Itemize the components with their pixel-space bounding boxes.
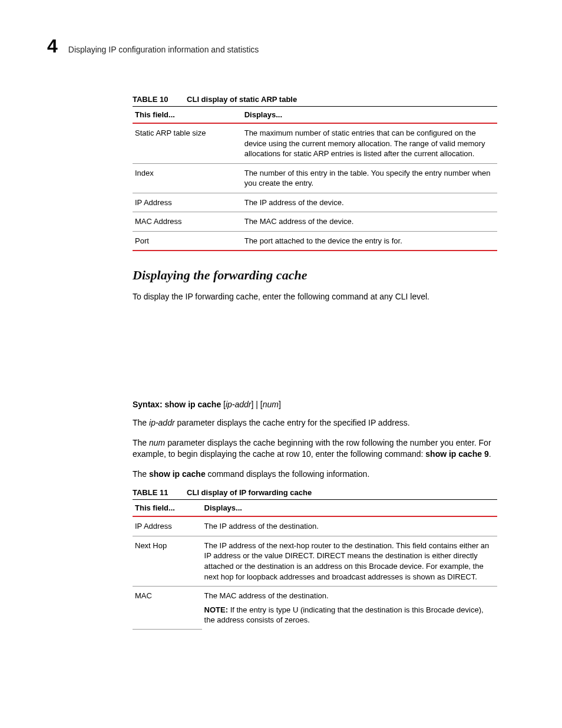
syntax-close2: ] [279,400,281,409]
table11: This field... Displays... IP Address The… [133,499,497,630]
section-heading-forwarding-cache: Displaying the forwarding cache [133,268,497,283]
forwarding-cache-intro: To display the IP forwarding cache, ente… [133,291,497,303]
table10-head-row: This field... Displays... [133,107,497,124]
para-showip-1: The [133,469,149,479]
table10-head-displays: Displays... [242,107,497,124]
table-row: Next Hop The IP address of the next-hop … [133,536,497,586]
para-num-em: num [149,438,165,447]
table10-caption: TABLE 10 CLI display of static ARP table [133,95,497,104]
table10-r1-d: The number of this entry in the table. Y… [242,163,497,193]
para-showip-cmd: show ip cache [149,469,206,479]
table11-caption: TABLE 11 CLI display of IP forwarding ca… [133,488,497,497]
para-num: The num parameter displays the cache beg… [133,437,497,460]
para-ipaddr: The ip-addr parameter displays the cache… [133,417,497,429]
para-ipaddr-2: parameter displays the cache entry for t… [175,418,410,427]
syntax-prefix: Syntax: [133,400,164,409]
page-header: 4 Displaying IP configuration informatio… [47,35,497,57]
syntax-line: Syntax: show ip cache [ip-addr] | [num] [133,400,497,409]
table10-r1-f: Index [133,163,242,193]
syntax-arg2: num [263,400,279,409]
table-row: Static ARP table size The maximum number… [133,123,497,163]
table10-head-field: This field... [133,107,242,124]
syntax-cmd: show ip cache [164,400,221,409]
chapter-number: 4 [47,35,58,57]
table11-mac-f: MAC [133,587,202,630]
table10-r2-f: IP Address [133,193,242,212]
table10: This field... Displays... Static ARP tab… [133,106,497,251]
table-row: IP Address The IP address of the device. [133,193,497,212]
table-row: IP Address The IP address of the destina… [133,516,497,536]
table10-r4-f: Port [133,231,242,251]
table10-r0-d: The maximum number of static entries tha… [242,123,497,163]
para-num-cmd: show ip cache 9 [425,449,488,459]
table11-title: CLI display of IP forwarding cache [187,488,312,497]
table-row: MAC The MAC address of the destination. … [133,587,497,630]
table11-label: TABLE 11 [133,488,168,497]
note-label: NOTE: [204,605,230,614]
table10-label: TABLE 10 [133,95,168,104]
header-title: Displaying IP configuration information … [68,45,259,54]
table11-head-row: This field... Displays... [133,500,497,517]
para-showip: The show ip cache command displays the f… [133,469,497,480]
syntax-mid: ] | [ [252,400,263,409]
table11-r1-f: Next Hop [133,536,202,586]
table10-r0-f: Static ARP table size [133,123,242,163]
para-showip-2: command displays the following informati… [206,469,370,479]
cli-output-placeholder [133,311,497,400]
table10-r3-f: MAC Address [133,212,242,232]
para-num-3: . [489,449,491,459]
table-row: MAC Address The MAC address of the devic… [133,212,497,232]
table10-title: CLI display of static ARP table [187,95,297,104]
table11-mac-note: NOTE: If the entry is type U (indicating… [204,605,492,625]
content-area: TABLE 10 CLI display of static ARP table… [133,95,497,630]
para-num-1: The [133,438,149,447]
table10-r4-d: The port attached to the device the entr… [242,231,497,251]
table11-head-displays: Displays... [202,500,497,517]
note-text: If the entry is type U (indicating that … [204,605,484,625]
table11-r0-f: IP Address [133,516,202,536]
table-row: Index The number of this entry in the ta… [133,163,497,193]
para-ipaddr-em: ip-addr [149,418,175,427]
para-ipaddr-1: The [133,418,149,427]
table11-head-field: This field... [133,500,202,517]
table11-r0-d: The IP address of the destination. [202,516,497,536]
table11-mac-main: The MAC address of the destination. [204,591,492,601]
page-container: 4 Displaying IP configuration informatio… [0,0,562,681]
table11-mac-d: The MAC address of the destination. NOTE… [202,587,497,630]
table11-r1-d: The IP address of the next-hop router to… [202,536,497,586]
syntax-arg1: ip-addr [226,400,252,409]
table-row: Port The port attached to the device the… [133,231,497,251]
syntax-open1: [ [221,400,226,409]
table10-r3-d: The MAC address of the device. [242,212,497,232]
table10-r2-d: The IP address of the device. [242,193,497,212]
